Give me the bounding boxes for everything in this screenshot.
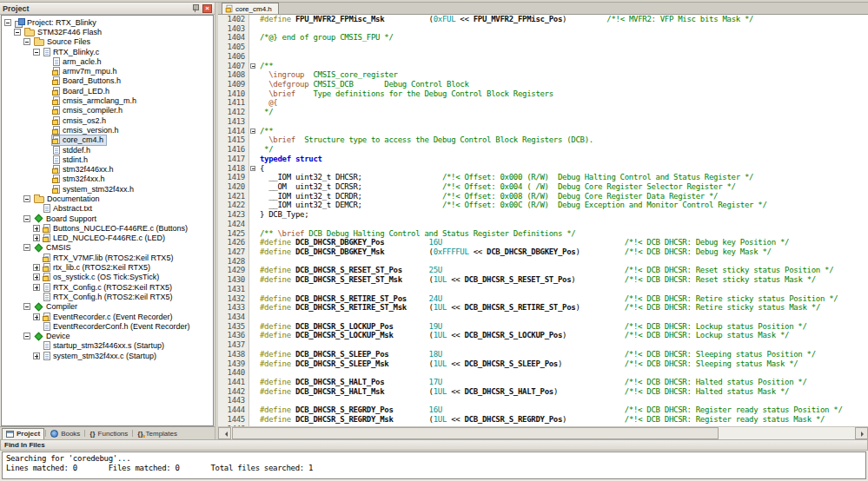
tree-item-body[interactable]: os_systick.c (OS Tick:SysTick) — [43, 273, 162, 282]
tree-item-board-buttons-h[interactable]: Board_Buttons.h — [2, 76, 213, 86]
tree-item-stm32f446-flash[interactable]: STM32F446 Flash — [2, 27, 213, 36]
tab-project[interactable]: Project — [2, 428, 44, 439]
tree-item-body[interactable]: Project: RTX_Blinky — [14, 17, 99, 27]
code-editor[interactable]: 1402140314041405140614071408140914101411… — [218, 15, 868, 426]
horizontal-scrollbar[interactable] — [218, 426, 868, 439]
tree-item-board-support[interactable]: Board Support — [2, 214, 213, 223]
expand-toggle-icon[interactable] — [33, 273, 40, 280]
tree-item-device[interactable]: Device — [2, 332, 213, 341]
tree-item-cmsis-armclang-m-h[interactable]: cmsis_armclang_m.h — [2, 96, 213, 105]
tree-item-buttons-nucleo-f446re-c-buttons[interactable]: Buttons_NUCLEO-F446RE.c (Buttons) — [2, 223, 213, 233]
tree-item-cmsis-compiler-h[interactable]: cmsis_compiler.h — [2, 106, 213, 115]
tree-item-board-led-h[interactable]: Board_LED.h — [2, 86, 213, 96]
tree-item-body[interactable]: Device — [33, 332, 73, 341]
tree-item-body[interactable]: stm32f4xx.h — [52, 175, 108, 184]
tree-item-led-nucleo-f446re-c-led[interactable]: LED_NUCLEO-F446RE.c (LED) — [2, 234, 213, 243]
tree-item-body[interactable]: RTX_V7MF.lib (RTOS2:Keil RTX5) — [43, 253, 176, 262]
scrollbar-thumb[interactable] — [232, 427, 719, 439]
tree-item-os-systick-c-os-tick-systick[interactable]: os_systick.c (OS Tick:SysTick) — [2, 273, 213, 282]
tree-item-rtx-config-h-rtos2-keil-rtx5[interactable]: RTX_Config.h (RTOS2:Keil RTX5) — [2, 292, 213, 301]
close-icon[interactable]: × — [202, 4, 212, 13]
tree-item-body[interactable]: Buttons_NUCLEO-F446RE.c (Buttons) — [43, 223, 190, 233]
tree-item-rtx-blinky-c[interactable]: RTX_Blinky.c — [2, 47, 213, 56]
tree-item-body[interactable]: RTX_Blinky.c — [43, 47, 102, 56]
tree-item-stdint-h[interactable]: stdint.h — [2, 155, 213, 164]
expand-toggle-icon[interactable] — [23, 38, 30, 45]
tree-item-body[interactable]: cmsis_os2.h — [52, 115, 109, 125]
tree-item-cmsis-version-h[interactable]: cmsis_version.h — [2, 125, 213, 135]
tree-item-body[interactable]: Documentation — [33, 194, 103, 203]
tree-item-rtx-v7mf-lib-rtos2-keil-rtx5[interactable]: RTX_V7MF.lib (RTOS2:Keil RTX5) — [2, 253, 213, 262]
tree-item-body[interactable]: EventRecorder.c (Event Recorder) — [43, 312, 176, 321]
scroll-left-icon[interactable] — [218, 427, 231, 439]
tree-item-body[interactable]: Board_LED.h — [52, 86, 112, 96]
expand-toggle-icon[interactable] — [33, 353, 40, 359]
expand-toggle-icon[interactable] — [33, 49, 40, 56]
expand-toggle-icon[interactable] — [33, 264, 40, 271]
tree-item-body[interactable]: RTX_Config.c (RTOS2:Keil RTX5) — [43, 282, 175, 292]
tree-item-cmsis-os2-h[interactable]: cmsis_os2.h — [2, 115, 213, 125]
tree-item-body[interactable]: stddef.h — [52, 145, 93, 155]
tree-item-stddef-h[interactable]: stddef.h — [2, 145, 213, 155]
expand-toggle-icon[interactable] — [23, 244, 30, 251]
tree-item-eventrecorderconf-h-event-recorder[interactable]: EventRecorderConf.h (Event Recorder) — [2, 321, 213, 331]
tree-item-core-cm4-h[interactable]: core_cm4.h — [2, 135, 213, 145]
tree-item-rtx-lib-c-rtos2-keil-rtx5[interactable]: rtx_lib.c (RTOS2:Keil RTX5) — [2, 262, 213, 272]
tree-item-startup-stm32f446xx-s-startup[interactable]: startup_stm32f446xx.s (Startup) — [2, 341, 213, 351]
tree-item-body[interactable]: LED_NUCLEO-F446RE.c (LED) — [43, 234, 168, 243]
tree-item-project-rtx-blinky[interactable]: Project: RTX_Blinky — [2, 17, 213, 27]
fold-collapse-icon[interactable] — [250, 63, 255, 69]
expand-toggle-icon[interactable] — [33, 313, 40, 320]
tree-item-body[interactable]: system_stm32f4xx.h — [52, 184, 136, 194]
tree-item-body[interactable]: cmsis_compiler.h — [52, 106, 125, 115]
tree-item-body[interactable]: stdint.h — [52, 155, 90, 164]
expand-toggle-icon[interactable] — [23, 333, 30, 339]
expand-toggle-icon[interactable] — [14, 29, 21, 36]
tree-item-body[interactable]: Board Support — [33, 214, 99, 223]
fold-collapse-icon[interactable] — [250, 128, 255, 134]
tree-item-body[interactable]: cmsis_version.h — [52, 125, 122, 135]
tree-item-body[interactable]: startup_stm32f446xx.s (Startup) — [43, 341, 167, 351]
tree-item-body[interactable]: Source Files — [33, 37, 93, 47]
project-tree[interactable]: Project: RTX_BlinkySTM32F446 FlashSource… — [1, 15, 214, 426]
tree-item-body[interactable]: core_cm4.h — [52, 135, 106, 145]
expand-toggle-icon[interactable] — [23, 303, 30, 310]
expand-toggle-icon[interactable] — [33, 234, 40, 241]
find-output[interactable]: Searching for 'coredebug'...Lines matche… — [2, 451, 866, 479]
tree-item-body[interactable]: STM32F446 Flash — [23, 27, 104, 36]
tree-item-body[interactable]: stm32f446xx.h — [52, 165, 116, 175]
tree-item-body[interactable]: Compiler — [33, 302, 80, 312]
tab-books[interactable]: Books — [47, 428, 83, 439]
tree-item-stm32f446xx-h[interactable]: stm32f446xx.h — [2, 164, 213, 174]
expand-toggle-icon[interactable] — [23, 195, 30, 202]
tree-item-system-stm32f4xx-h[interactable]: system_stm32f4xx.h — [2, 184, 213, 194]
tree-item-body[interactable]: armv7m_mpu.h — [52, 67, 120, 76]
expand-toggle-icon[interactable] — [33, 284, 40, 291]
tree-item-eventrecorder-c-event-recorder[interactable]: EventRecorder.c (Event Recorder) — [2, 312, 213, 321]
tree-item-body[interactable]: cmsis_armclang_m.h — [52, 96, 139, 106]
expand-toggle-icon[interactable] — [4, 19, 11, 26]
expand-toggle-icon[interactable] — [23, 215, 30, 222]
tree-item-body[interactable]: arm_acle.h — [52, 56, 104, 66]
tree-item-armv7m-mpu-h[interactable]: armv7m_mpu.h — [2, 66, 213, 76]
tree-item-body[interactable]: Abstract.txt — [43, 204, 95, 214]
tree-item-body[interactable]: Board_Buttons.h — [52, 76, 123, 86]
tree-item-documentation[interactable]: Documentation — [2, 194, 213, 203]
tree-item-body[interactable]: rtx_lib.c (RTOS2:Keil RTX5) — [43, 263, 153, 273]
expand-toggle-icon[interactable] — [33, 225, 40, 232]
tree-item-source-files[interactable]: Source Files — [2, 37, 213, 47]
tree-item-compiler[interactable]: Compiler — [2, 302, 213, 312]
tree-item-cmsis[interactable]: CMSIS — [2, 243, 213, 253]
tree-item-body[interactable]: CMSIS — [33, 243, 74, 253]
tree-item-body[interactable]: RTX_Config.h (RTOS2:Keil RTX5) — [43, 292, 175, 301]
tab-templates[interactable]: Templates — [134, 428, 181, 439]
tree-item-stm32f4xx-h[interactable]: stm32f4xx.h — [2, 175, 213, 184]
scroll-right-icon[interactable] — [855, 427, 868, 439]
fold-collapse-icon[interactable] — [250, 166, 255, 171]
tree-item-abstract-txt[interactable]: Abstract.txt — [2, 204, 213, 214]
tab-functions[interactable]: Functions — [86, 428, 131, 439]
tree-item-arm-acle-h[interactable]: arm_acle.h — [2, 56, 213, 66]
tab-core-cm4-h[interactable]: core_cm4.h — [222, 3, 279, 14]
pin-icon[interactable] — [192, 4, 199, 12]
tree-item-body[interactable]: EventRecorderConf.h (Event Recorder) — [43, 321, 193, 331]
